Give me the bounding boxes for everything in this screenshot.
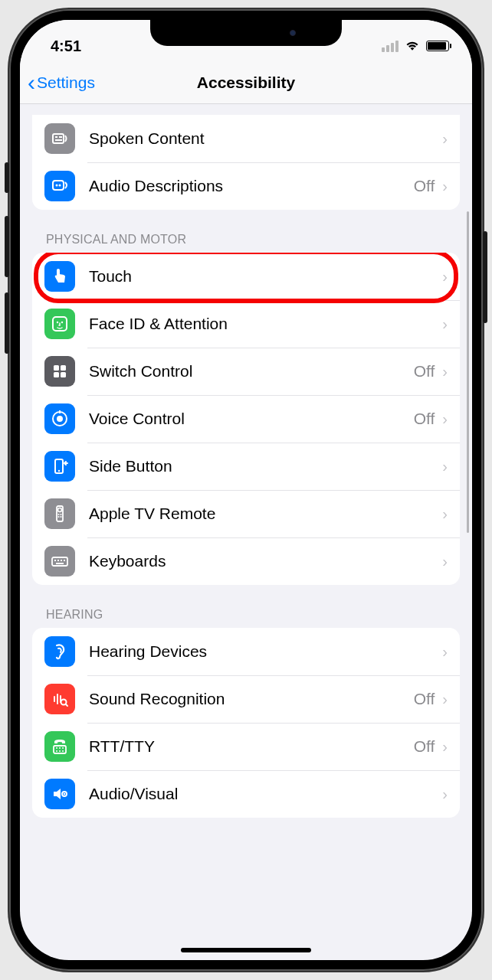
settings-group: Spoken Content›Audio DescriptionsOff›	[32, 115, 460, 210]
spoken-content-icon	[44, 123, 75, 154]
row-keyboards[interactable]: Keyboards›	[32, 537, 460, 585]
section-header: PHYSICAL AND MOTOR	[20, 210, 472, 253]
scroll-indicator	[467, 211, 469, 533]
switch-control-icon	[44, 356, 75, 387]
back-button[interactable]: ‹ Settings	[28, 71, 95, 94]
chevron-right-icon: ›	[442, 130, 448, 148]
audio-descriptions-icon	[44, 171, 75, 201]
row-label: Face ID & Attention	[75, 315, 442, 333]
row-label: Audio/Visual	[75, 785, 442, 803]
chevron-right-icon: ›	[442, 691, 448, 708]
row-label: RTT/TTY	[75, 737, 414, 756]
mute-switch	[5, 162, 9, 193]
row-rtt-tty[interactable]: RTT/TTYOff›	[32, 723, 460, 770]
status-time: 4:51	[51, 38, 81, 55]
volume-up-button	[5, 216, 9, 277]
touch-icon	[44, 261, 75, 292]
chevron-right-icon: ›	[442, 738, 448, 756]
chevron-left-icon: ‹	[28, 71, 35, 94]
row-value: Off	[414, 177, 435, 195]
row-value: Off	[414, 410, 435, 428]
screen: 4:51 ‹ Settings Accessibility Spoken Con…	[20, 20, 472, 960]
chevron-right-icon: ›	[442, 268, 448, 286]
row-label: Hearing Devices	[75, 642, 442, 661]
keyboards-icon	[44, 546, 75, 577]
section-header: HEARING	[20, 585, 472, 628]
appletv-remote-icon	[44, 498, 75, 529]
settings-group: Hearing Devices›Sound RecognitionOff›RTT…	[32, 628, 460, 818]
cellular-icon	[382, 41, 399, 52]
home-indicator[interactable]	[181, 948, 311, 952]
settings-group: Touch›Face ID & Attention›Switch Control…	[32, 253, 460, 585]
chevron-right-icon: ›	[442, 786, 448, 803]
front-camera	[290, 30, 296, 36]
row-switch-control[interactable]: Switch ControlOff›	[32, 348, 460, 395]
chevron-right-icon: ›	[442, 363, 448, 381]
side-button-hw	[483, 231, 487, 323]
row-audio-visual[interactable]: Audio/Visual›	[32, 770, 460, 818]
row-voice-control[interactable]: Voice ControlOff›	[32, 395, 460, 443]
row-value: Off	[414, 690, 435, 708]
volume-down-button	[5, 292, 9, 354]
chevron-right-icon: ›	[442, 315, 448, 333]
device-frame: 4:51 ‹ Settings Accessibility Spoken Con…	[9, 9, 483, 971]
content-scroll[interactable]: Spoken Content›Audio DescriptionsOff›PHY…	[20, 104, 472, 960]
voice-control-icon	[44, 403, 75, 434]
chevron-right-icon: ›	[442, 553, 448, 570]
row-side-button[interactable]: Side Button›	[32, 443, 460, 490]
hearing-devices-icon	[44, 636, 75, 667]
row-label: Sound Recognition	[75, 690, 414, 708]
row-value: Off	[414, 362, 435, 381]
battery-icon	[426, 41, 449, 51]
rtt-tty-icon	[44, 731, 75, 762]
row-apple-tv-remote[interactable]: Apple TV Remote›	[32, 490, 460, 537]
sound-recognition-icon	[44, 684, 75, 714]
chevron-right-icon: ›	[442, 458, 448, 475]
faceid-icon	[44, 309, 75, 339]
status-right	[382, 41, 449, 52]
side-button-icon	[44, 451, 75, 482]
back-label: Settings	[37, 74, 95, 92]
row-label: Apple TV Remote	[75, 505, 442, 523]
audio-visual-icon	[44, 779, 75, 809]
notch	[150, 20, 342, 46]
row-label: Touch	[75, 267, 442, 286]
row-hearing-devices[interactable]: Hearing Devices›	[32, 628, 460, 675]
row-label: Voice Control	[75, 410, 414, 428]
row-sound-recognition[interactable]: Sound RecognitionOff›	[32, 675, 460, 723]
row-spoken-content[interactable]: Spoken Content›	[32, 115, 460, 162]
row-value: Off	[414, 737, 435, 756]
chevron-right-icon: ›	[442, 410, 448, 428]
wifi-icon	[405, 41, 420, 51]
chevron-right-icon: ›	[442, 178, 448, 195]
row-label: Side Button	[75, 457, 442, 475]
row-face-id-attention[interactable]: Face ID & Attention›	[32, 300, 460, 348]
nav-bar: ‹ Settings Accessibility	[20, 61, 472, 104]
row-label: Audio Descriptions	[75, 177, 414, 195]
row-label: Keyboards	[75, 552, 442, 570]
row-audio-descriptions[interactable]: Audio DescriptionsOff›	[32, 162, 460, 210]
row-touch[interactable]: Touch›	[32, 253, 460, 300]
chevron-right-icon: ›	[442, 505, 448, 523]
chevron-right-icon: ›	[442, 643, 448, 661]
row-label: Spoken Content	[75, 129, 442, 148]
row-label: Switch Control	[75, 362, 414, 381]
